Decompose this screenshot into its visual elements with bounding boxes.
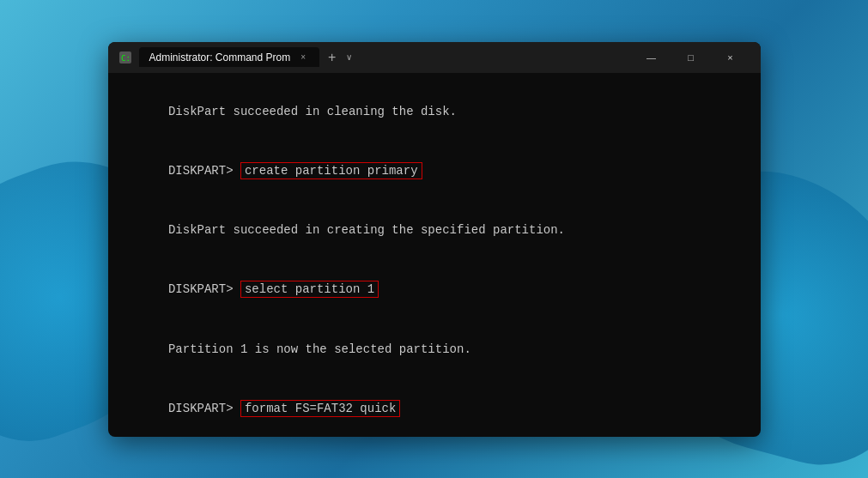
close-button[interactable]: × xyxy=(711,44,750,71)
active-tab[interactable]: Administrator: Command Prom × xyxy=(139,47,320,67)
command-create-partition: create partition primary xyxy=(240,162,422,179)
command-select-partition: select partition 1 xyxy=(240,281,379,298)
line-5: Partition 1 is now the selected partitio… xyxy=(125,320,744,378)
title-bar: C: Administrator: Command Prom × + ∨ — □… xyxy=(108,42,761,73)
terminal-window: C: Administrator: Command Prom × + ∨ — □… xyxy=(108,42,761,437)
command-format: format FS=FAT32 quick xyxy=(240,400,400,417)
line-1: DiskPart succeeded in cleaning the disk. xyxy=(125,83,744,141)
line-4: DISKPART> select partition 1 xyxy=(125,261,744,318)
line-3: DiskPart succeeded in creating the speci… xyxy=(125,202,744,259)
maximize-button[interactable]: □ xyxy=(671,44,711,71)
line-2: DISKPART> create partition primary xyxy=(125,142,744,200)
new-tab-button[interactable]: + xyxy=(321,50,343,65)
minimize-button[interactable]: — xyxy=(632,44,671,71)
window-controls: — □ × xyxy=(632,44,750,71)
svg-text:C:: C: xyxy=(121,54,131,63)
tab-title: Administrator: Command Prom xyxy=(149,51,291,64)
terminal-content[interactable]: DiskPart succeeded in cleaning the disk.… xyxy=(108,73,761,437)
line-6: DISKPART> format FS=FAT32 quick xyxy=(125,379,744,436)
terminal-icon: C: xyxy=(118,51,132,64)
tab-close-button[interactable]: × xyxy=(297,51,309,64)
tab-dropdown-button[interactable]: ∨ xyxy=(343,52,355,62)
